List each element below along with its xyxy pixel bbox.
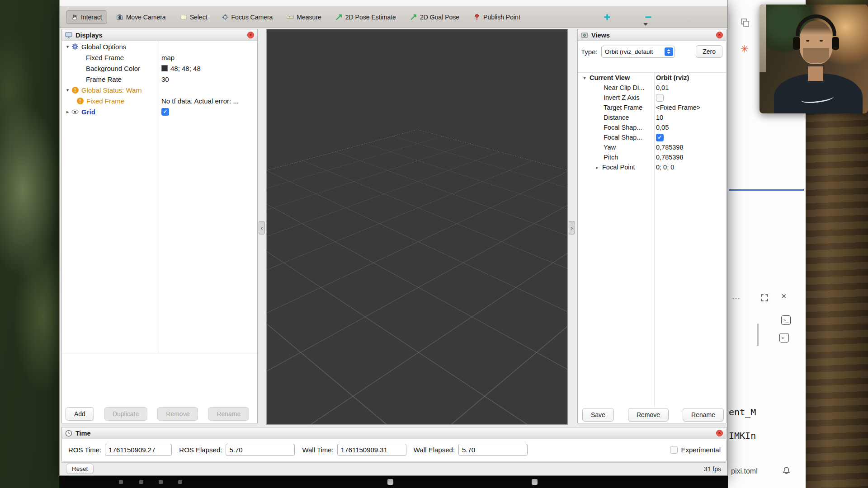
view-row-value[interactable]: 0,785398 <box>656 154 683 161</box>
view-row-value[interactable]: <Fixed Frame> <box>656 104 700 111</box>
view-row-value[interactable]: 0,05 <box>656 124 669 131</box>
tool-interact[interactable]: Interact <box>66 10 107 24</box>
tool-focus-camera[interactable]: Focus Camera <box>217 10 278 24</box>
tree-row-value[interactable]: 30 <box>161 75 169 83</box>
time-panel-header[interactable]: Time × <box>62 427 726 439</box>
add-tool-button[interactable] <box>599 10 615 24</box>
close-panel-button[interactable]: × <box>716 32 723 38</box>
focal-shape-checkbox[interactable]: ✓ <box>656 134 664 141</box>
tree-row-grid[interactable]: ▸ Grid ✓ <box>62 106 257 117</box>
displays-panel-header[interactable]: Displays × <box>62 29 257 41</box>
tool-label: 2D Goal Pose <box>420 14 459 21</box>
terminal-icon[interactable]: >_ <box>781 315 791 325</box>
view-row-label: Near Clip Di... <box>604 84 644 91</box>
expander-icon[interactable]: ▸ <box>64 109 71 115</box>
tree-row-fixed-frame-status[interactable]: ! Fixed Frame No tf data. Actual error: … <box>62 95 257 106</box>
tool-publish-point[interactable]: Publish Point <box>468 10 525 24</box>
tool-measure[interactable]: Measure <box>282 10 326 24</box>
view-row-yaw[interactable]: Yaw 0,785398 <box>578 142 726 152</box>
view-row-distance[interactable]: Distance 10 <box>578 113 726 122</box>
view-row-focal-point[interactable]: ▸ Focal Point 0; 0; 0 <box>578 162 726 172</box>
dock-icon[interactable] <box>159 480 163 484</box>
expand-icon[interactable] <box>760 294 769 302</box>
invert-z-checkbox[interactable] <box>656 94 664 102</box>
bell-icon[interactable] <box>782 466 791 475</box>
tool-2d-goal-pose[interactable]: 2D Goal Pose <box>405 10 464 24</box>
tree-row-label: Background Color <box>86 65 140 72</box>
tool-select[interactable]: Select <box>175 10 212 24</box>
view-row-pitch[interactable]: Pitch 0,785398 <box>578 152 726 162</box>
expander-icon[interactable]: ▾ <box>64 44 71 50</box>
filename-label[interactable]: pixi.toml <box>731 467 758 475</box>
expander-icon[interactable]: ▸ <box>594 165 600 170</box>
ros-time-field[interactable]: 1761150909.27 <box>105 444 172 456</box>
view-row-current-view[interactable]: ▾ Current View Orbit (rviz) <box>578 73 726 83</box>
reset-button[interactable]: Reset <box>66 464 94 474</box>
displays-panel: Displays × ▾ Global Options Fixed Frame … <box>61 29 258 423</box>
toolbar-overflow-chevron[interactable] <box>643 23 648 26</box>
remove-button[interactable]: Remove <box>157 407 198 421</box>
warning-icon: ! <box>71 87 79 94</box>
panel-divider[interactable] <box>62 353 257 353</box>
view-row-value[interactable]: 10 <box>656 114 663 121</box>
add-button[interactable]: Add <box>66 407 94 421</box>
terminal-icon[interactable]: >_ <box>779 333 789 343</box>
collapse-left-panel-handle[interactable]: ‹ <box>259 221 265 235</box>
wall-elapsed-field[interactable]: 5.70 <box>458 444 528 456</box>
save-button[interactable]: Save <box>582 408 614 422</box>
rename-button[interactable]: Rename <box>208 407 249 421</box>
view-row-near-clip[interactable]: Near Clip Di... 0,01 <box>578 83 726 93</box>
person-eye <box>806 40 809 42</box>
dock-icon[interactable] <box>532 479 538 485</box>
ground-grid <box>266 130 568 425</box>
close-icon[interactable]: × <box>781 291 787 301</box>
tree-row-value[interactable]: 48; 48; 48 <box>161 65 201 72</box>
3d-viewport[interactable] <box>266 29 568 425</box>
remove-tool-button[interactable] <box>641 10 656 24</box>
tree-row-global-status[interactable]: ▾ ! Global Status: Warn <box>62 84 257 95</box>
close-panel-button[interactable]: × <box>247 32 254 38</box>
view-type-select[interactable]: Orbit (rviz_default <box>601 46 675 58</box>
grid-enabled-checkbox[interactable]: ✓ <box>161 108 169 116</box>
tree-row-global-options[interactable]: ▾ Global Options <box>62 41 257 52</box>
view-row-label: Focal Shap... <box>604 124 642 131</box>
collapse-right-panel-handle[interactable]: › <box>569 221 575 235</box>
overlap-squares-icon[interactable] <box>741 18 750 27</box>
tool-2d-pose-estimate[interactable]: 2D Pose Estimate <box>330 10 401 24</box>
code-fragment: IMKIn <box>729 430 756 441</box>
view-row-value[interactable]: 0,01 <box>656 84 669 91</box>
tree-row-frame-rate[interactable]: Frame Rate 30 <box>62 74 257 84</box>
dock-icon[interactable] <box>387 479 393 485</box>
expander-icon[interactable]: ▾ <box>64 87 71 93</box>
wall-time-field[interactable]: 1761150909.31 <box>337 444 406 456</box>
view-row-invert-z[interactable]: Invert Z Axis <box>578 93 726 103</box>
expander-icon[interactable]: ▾ <box>581 75 588 80</box>
rename-button[interactable]: Rename <box>683 408 724 422</box>
view-row-value[interactable]: 0,785398 <box>656 144 683 151</box>
view-row-focal-shape-size[interactable]: Focal Shap... 0,05 <box>578 122 726 132</box>
tree-row-value[interactable]: map <box>161 54 175 61</box>
close-panel-button[interactable]: × <box>716 430 723 436</box>
dock-icon[interactable] <box>178 480 182 484</box>
select-stepper-icon[interactable] <box>665 47 673 56</box>
tree-row-background-color[interactable]: Background Color 48; 48; 48 <box>62 63 257 74</box>
tool-move-camera[interactable]: Move Camera <box>111 10 171 24</box>
experimental-checkbox[interactable] <box>670 446 678 454</box>
tree-row-label: Global Status: Warn <box>81 86 142 94</box>
ros-elapsed-field[interactable]: 5.70 <box>226 444 295 456</box>
view-row-label: Target Frame <box>604 104 642 111</box>
dock-icon[interactable] <box>139 480 143 484</box>
duplicate-button[interactable]: Duplicate <box>104 407 147 421</box>
tree-row-label: Global Options <box>81 43 126 51</box>
zero-button[interactable]: Zero <box>696 45 722 58</box>
view-row-value[interactable]: 0; 0; 0 <box>656 164 674 171</box>
more-options-icon[interactable]: … <box>731 291 741 301</box>
scrollbar[interactable] <box>757 324 759 346</box>
headphone-earcup <box>793 37 800 50</box>
view-row-target-frame[interactable]: Target Frame <Fixed Frame> <box>578 103 726 113</box>
dock-icon[interactable] <box>119 480 123 484</box>
views-panel-header[interactable]: Views × <box>578 29 726 41</box>
remove-button[interactable]: Remove <box>628 408 669 422</box>
tree-row-fixed-frame[interactable]: Fixed Frame map <box>62 52 257 63</box>
view-row-focal-shape-fixed[interactable]: Focal Shap... ✓ <box>578 132 726 142</box>
